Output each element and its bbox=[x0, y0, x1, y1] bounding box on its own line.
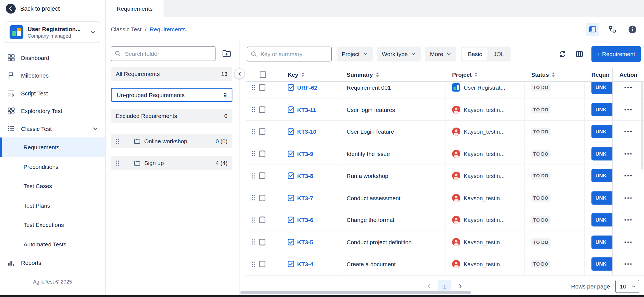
drag-handle-icon[interactable] bbox=[116, 138, 120, 144]
drag-handle-icon[interactable] bbox=[251, 195, 255, 201]
folder-group-ungrouped-requirements[interactable]: Un-grouped Requirements 9 bbox=[111, 88, 233, 102]
page-number-button[interactable]: 1 bbox=[438, 280, 451, 293]
requirement-coverage-button[interactable]: UNK bbox=[592, 82, 613, 94]
row-actions-button[interactable] bbox=[622, 261, 634, 267]
row-key-link[interactable]: KT3-6 bbox=[297, 217, 313, 223]
row-checkbox[interactable] bbox=[259, 261, 265, 267]
row-actions-button[interactable] bbox=[622, 84, 634, 91]
sidebar-item-test-executions[interactable]: Test Executions bbox=[0, 215, 105, 235]
row-actions-button[interactable] bbox=[622, 195, 634, 201]
row-key-link[interactable]: KT3-4 bbox=[297, 261, 313, 267]
row-project-name: Kayson_testin... bbox=[464, 239, 505, 245]
requirement-coverage-button[interactable]: UNK bbox=[592, 235, 613, 249]
row-checkbox[interactable] bbox=[259, 217, 265, 223]
basic-mode-button[interactable]: Basic bbox=[462, 48, 488, 61]
drag-handle-icon[interactable] bbox=[251, 129, 255, 135]
collapse-panel-button[interactable] bbox=[234, 68, 245, 79]
sidebar-item-preconditions[interactable]: Preconditions bbox=[0, 157, 105, 176]
row-actions-button[interactable] bbox=[622, 128, 634, 135]
folder-item-sign-up[interactable]: Sign up 4 (4) bbox=[111, 156, 233, 170]
row-key-link[interactable]: URF-62 bbox=[297, 84, 318, 91]
status-badge: TO DO bbox=[531, 84, 551, 91]
columns-button[interactable] bbox=[574, 48, 585, 60]
drag-handle-icon[interactable] bbox=[251, 106, 255, 113]
requirement-coverage-button[interactable]: UNK bbox=[592, 257, 613, 271]
row-key-link[interactable]: KT3-10 bbox=[297, 128, 317, 135]
column-header-summary[interactable]: Summary bbox=[340, 68, 446, 81]
back-arrow-icon[interactable] bbox=[6, 4, 16, 13]
requirement-coverage-button[interactable]: UNK bbox=[592, 169, 613, 182]
breadcrumb-parent[interactable]: Classic Test bbox=[111, 26, 142, 33]
sidebar-item-requirements[interactable]: Requirements bbox=[0, 138, 105, 157]
row-actions-button[interactable] bbox=[622, 239, 634, 245]
row-checkbox[interactable] bbox=[259, 106, 265, 113]
drag-handle-icon[interactable] bbox=[251, 151, 255, 157]
row-key-link[interactable]: KT3-11 bbox=[297, 106, 316, 113]
more-filter-dropdown[interactable]: More bbox=[425, 47, 456, 62]
row-key-link[interactable]: KT3-5 bbox=[297, 239, 313, 245]
requirement-coverage-button[interactable]: UNK bbox=[592, 103, 613, 116]
sidebar-item-exploratory-test[interactable]: Exploratory Test bbox=[0, 102, 105, 120]
row-checkbox[interactable] bbox=[259, 172, 265, 179]
drag-handle-icon[interactable] bbox=[251, 261, 255, 267]
horizontal-scrollbar[interactable] bbox=[240, 291, 471, 294]
next-page-button[interactable] bbox=[454, 280, 467, 293]
refresh-button[interactable] bbox=[557, 48, 568, 60]
column-header-project[interactable]: Project bbox=[446, 68, 525, 81]
sidebar-item-classic-test[interactable]: Classic Test bbox=[0, 120, 105, 138]
previous-page-button[interactable] bbox=[423, 280, 436, 293]
table-search-input[interactable] bbox=[247, 47, 332, 62]
drag-handle-icon[interactable] bbox=[116, 160, 120, 166]
jql-mode-button[interactable]: JQL bbox=[488, 48, 510, 61]
column-header-requirement[interactable]: Requir bbox=[585, 68, 613, 81]
requirement-coverage-button[interactable]: UNK bbox=[592, 125, 613, 138]
select-all-checkbox[interactable] bbox=[260, 72, 266, 78]
column-header-status[interactable]: Status bbox=[525, 68, 585, 81]
row-checkbox[interactable] bbox=[259, 150, 265, 157]
drag-handle-icon[interactable] bbox=[251, 173, 255, 179]
add-requirement-button[interactable]: + Requirement bbox=[591, 46, 641, 62]
sidebar-item-automated-tests[interactable]: Automated Tests bbox=[0, 234, 105, 254]
requirement-coverage-button[interactable]: UNK bbox=[592, 213, 613, 227]
requirement-coverage-button[interactable]: UNK bbox=[592, 191, 613, 205]
folder-group-all-requirements[interactable]: All Requirements 13 bbox=[111, 67, 233, 81]
sidebar-item-test-cases[interactable]: Test Cases bbox=[0, 176, 105, 196]
sidebar-item-milestones[interactable]: Milestones bbox=[0, 67, 105, 84]
project-filter-dropdown[interactable]: Project bbox=[337, 47, 373, 62]
folder-search-input[interactable] bbox=[111, 46, 216, 61]
vertical-scrollbar[interactable] bbox=[641, 81, 643, 170]
sidebar-item-reports[interactable]: Reports bbox=[0, 254, 105, 272]
rows-per-page-select[interactable]: 10 bbox=[615, 280, 639, 293]
breadcrumb-current[interactable]: Requirements bbox=[150, 26, 186, 33]
work-type-filter-dropdown[interactable]: Work type bbox=[377, 47, 421, 62]
row-checkbox[interactable] bbox=[259, 239, 265, 245]
folder-item-online-workshop[interactable]: Online workshop 0 (0) bbox=[111, 134, 233, 148]
requirement-coverage-button[interactable]: UNK bbox=[592, 147, 613, 160]
row-actions-button[interactable] bbox=[622, 217, 634, 223]
sidebar-item-dashboard[interactable]: Dashboard bbox=[0, 49, 105, 67]
drag-handle-icon[interactable] bbox=[251, 239, 255, 245]
row-key-link[interactable]: KT3-8 bbox=[297, 172, 313, 179]
sidebar-item-script-test[interactable]: Script Test bbox=[0, 84, 105, 102]
drag-handle-icon[interactable] bbox=[251, 84, 255, 91]
sidebar-item-label: Automated Tests bbox=[24, 241, 66, 247]
sidebar-item-test-plans[interactable]: Test Plans bbox=[0, 196, 105, 215]
row-key-link[interactable]: KT3-7 bbox=[297, 195, 313, 201]
info-button[interactable] bbox=[628, 25, 637, 34]
board-view-toggle[interactable] bbox=[586, 23, 599, 36]
project-selector[interactable]: User Registration... Company-managed bbox=[5, 21, 100, 43]
tab-requirements[interactable]: Requirements bbox=[106, 0, 164, 17]
row-checkbox[interactable] bbox=[259, 128, 265, 135]
tree-view-toggle[interactable] bbox=[606, 23, 619, 36]
back-to-project[interactable]: Back to project bbox=[0, 0, 105, 17]
column-header-key[interactable]: Key bbox=[284, 68, 340, 81]
row-actions-button[interactable] bbox=[622, 106, 634, 113]
drag-handle-icon[interactable] bbox=[251, 217, 255, 223]
folder-group-excluded-requirements[interactable]: Excluded Requirements 0 bbox=[111, 109, 233, 123]
row-checkbox[interactable] bbox=[259, 195, 265, 201]
row-key-link[interactable]: KT3-9 bbox=[297, 150, 313, 157]
row-actions-button[interactable] bbox=[622, 172, 634, 179]
new-folder-button[interactable] bbox=[221, 48, 232, 59]
row-checkbox[interactable] bbox=[259, 84, 265, 91]
row-actions-button[interactable] bbox=[622, 150, 634, 157]
